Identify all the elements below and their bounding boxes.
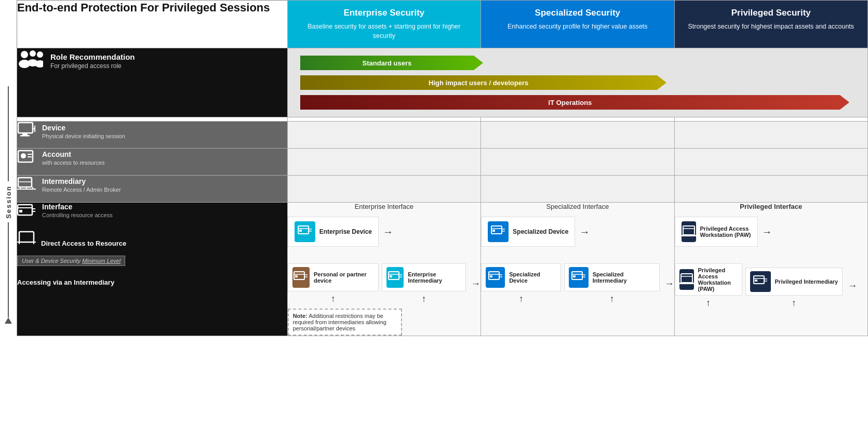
device-row-sub: Physical device initiating session bbox=[42, 133, 125, 139]
svg-rect-63 bbox=[681, 274, 692, 283]
session-label: Session bbox=[5, 185, 12, 219]
high-impact-label: High impact users / developers bbox=[429, 79, 528, 87]
intermediary-row-title: Intermediary bbox=[42, 177, 121, 185]
svg-rect-42 bbox=[390, 275, 392, 277]
svg-rect-65 bbox=[679, 283, 694, 284]
privileged-intermediary-icon bbox=[750, 271, 771, 292]
note-box: Note: Additional restrictions may be req… bbox=[288, 309, 402, 336]
svg-rect-26 bbox=[19, 232, 34, 242]
enterprise-intermediary-icon bbox=[386, 267, 404, 288]
enterprise-direct-arrow: → bbox=[383, 226, 393, 238]
role-rec-icon bbox=[17, 48, 43, 74]
svg-rect-13 bbox=[28, 154, 32, 155]
page-title: End-to-end Protection For Privileged Ses… bbox=[17, 1, 287, 16]
paw-device-icon bbox=[682, 221, 696, 242]
svg-point-12 bbox=[21, 153, 26, 158]
svg-rect-60 bbox=[683, 226, 695, 235]
svg-rect-68 bbox=[755, 279, 757, 282]
enterprise-intermediary-flow: Personal or partner device ↑ bbox=[288, 263, 480, 304]
enterprise-direct-flow: Enterprise Device → bbox=[288, 217, 480, 247]
it-ops-label: IT Operations bbox=[549, 99, 592, 106]
svg-rect-7 bbox=[22, 133, 28, 135]
device-row-title: Device bbox=[42, 124, 125, 132]
specialized-header-desc: Enhanced security profile for higher val… bbox=[508, 23, 648, 30]
privileged-intermediary-flow: Privileged Access Workstation (PAW) ↑ bbox=[675, 263, 867, 309]
svg-rect-23 bbox=[19, 210, 22, 212]
device-icon bbox=[17, 122, 36, 141]
privileged-header-title: Privileged Security bbox=[685, 8, 857, 18]
svg-point-4 bbox=[37, 51, 43, 58]
intermediary-row-sub: Remote Access / Admin Broker bbox=[42, 187, 121, 193]
specialized-intermediary-flow: Specialized Device ↑ bbox=[481, 263, 674, 304]
svg-rect-14 bbox=[28, 156, 32, 157]
standard-users-label: Standard users bbox=[363, 59, 412, 67]
svg-rect-32 bbox=[299, 230, 302, 232]
enterprise-header-title: Enterprise Security bbox=[298, 8, 470, 18]
interface-row-sub: Controlling resource access bbox=[42, 212, 113, 218]
account-row-sub: with access to resources bbox=[42, 159, 104, 166]
enterprise-header-desc: Baseline security for assets + starting … bbox=[308, 23, 460, 39]
high-impact-bar: High impact users / developers bbox=[300, 75, 855, 90]
specialized-header-title: Specialized Security bbox=[491, 8, 663, 18]
interface-row-title: Interface bbox=[42, 203, 113, 211]
svg-point-0 bbox=[21, 51, 28, 58]
enterprise-intermediary-label: Enterprise Intermediary bbox=[408, 271, 461, 284]
specialized-inter-device-label: Specialized Device bbox=[509, 271, 556, 284]
specialized-direct-flow: Specialized Device → bbox=[481, 217, 674, 247]
specialized-device-label: Specialized Device bbox=[513, 228, 568, 235]
svg-rect-52 bbox=[490, 275, 492, 277]
privileged-interface-label: Privileged Interface bbox=[675, 203, 867, 210]
specialized-intermediary-icon bbox=[569, 267, 588, 288]
svg-point-2 bbox=[30, 50, 36, 57]
enterprise-device-label: Enterprise Device bbox=[319, 228, 372, 235]
svg-rect-47 bbox=[492, 230, 495, 232]
account-row-title: Account bbox=[42, 150, 104, 158]
standard-users-bar: Standard users bbox=[300, 56, 855, 70]
privileged-inter-paw-icon bbox=[679, 269, 694, 290]
paw-device-label: Privileged Access Workstation (PAW) bbox=[700, 225, 751, 238]
account-icon bbox=[17, 149, 36, 167]
direct-access-title: Direct Access to Resource bbox=[41, 239, 126, 247]
svg-rect-57 bbox=[573, 275, 576, 277]
role-rec-title: Role Recommendation bbox=[50, 52, 135, 61]
privileged-inter-paw-label: Privileged Access Workstation (PAW) bbox=[698, 267, 738, 292]
enterprise-interface-label: Enterprise Interface bbox=[288, 203, 480, 210]
specialized-device-icon bbox=[488, 221, 509, 242]
svg-rect-37 bbox=[295, 275, 298, 277]
accessing-via-intermediary-title: Accessing via an Intermediary bbox=[17, 278, 287, 286]
it-ops-bar: IT Operations bbox=[300, 95, 855, 110]
enterprise-device-icon bbox=[295, 221, 315, 242]
privileged-header-desc: Strongest security for highest impact as… bbox=[688, 23, 854, 30]
interface-icon bbox=[17, 204, 36, 222]
direct-access-icon bbox=[17, 231, 36, 247]
privileged-intermediary-label: Privileged Intermediary bbox=[775, 278, 838, 285]
privileged-direct-flow: Privileged Access Workstation (PAW) → bbox=[675, 217, 867, 247]
specialized-inter-device-icon bbox=[486, 267, 505, 288]
specialized-interface-label: Specialized Interface bbox=[481, 203, 674, 210]
privileged-direct-arrow: → bbox=[762, 226, 772, 238]
svg-rect-6 bbox=[18, 123, 33, 133]
session-up-arrow bbox=[5, 317, 12, 324]
specialized-intermediary-label: Specialized Intermediary bbox=[593, 271, 655, 284]
intermediary-icon bbox=[17, 176, 36, 194]
partner-device-icon bbox=[292, 267, 310, 288]
svg-rect-15 bbox=[18, 178, 32, 187]
partner-device-label: Personal or partner device bbox=[314, 271, 374, 284]
role-rec-sub: For privileged access role bbox=[50, 62, 135, 70]
svg-rect-62 bbox=[682, 235, 696, 236]
svg-rect-8 bbox=[20, 135, 30, 137]
user-device-badge: User & Device Security Minimum Level bbox=[17, 251, 287, 266]
specialized-direct-arrow: → bbox=[579, 226, 590, 238]
